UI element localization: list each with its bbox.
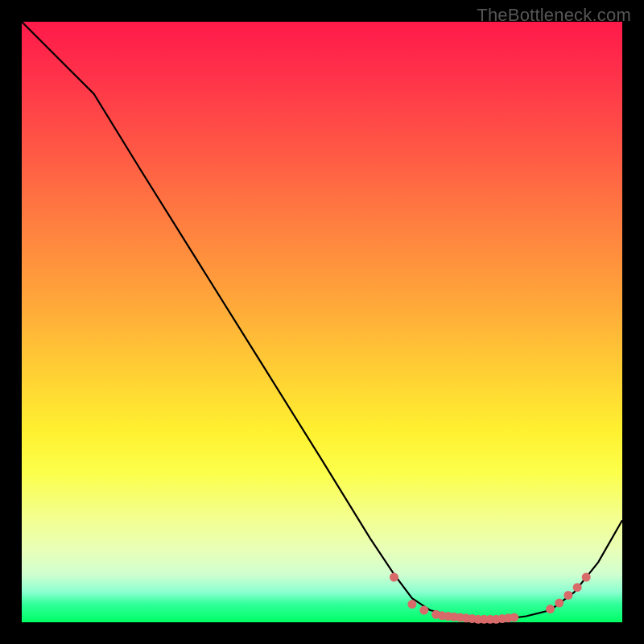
marker-point	[555, 599, 564, 608]
marker-group	[390, 573, 591, 624]
marker-point	[419, 606, 428, 615]
marker-point	[546, 605, 555, 613]
curve-line	[22, 22, 622, 619]
marker-point	[390, 573, 398, 582]
marker-point	[573, 583, 582, 592]
marker-point	[510, 613, 518, 622]
marker-point	[407, 600, 416, 609]
marker-point	[564, 591, 572, 600]
marker-point	[582, 573, 591, 582]
chart-area	[22, 22, 622, 622]
chart-svg	[22, 22, 622, 622]
